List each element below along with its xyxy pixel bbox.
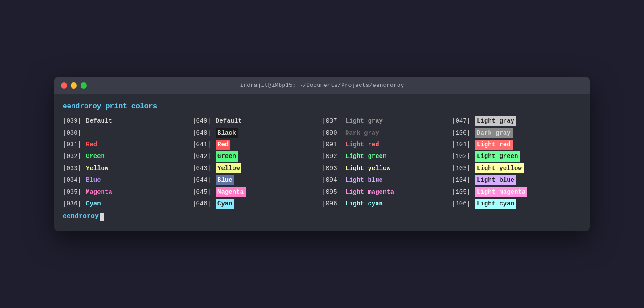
color-row: |030|Black [63,127,192,139]
color-label: Light red [475,140,513,150]
color-code: |104| [452,175,475,185]
color-row: |101|Light red [452,139,581,150]
color-label: Light cyan [345,199,383,209]
titlebar: indrajit@iMbp15: ~/Documents/Projects/ee… [54,77,590,94]
color-label: Black [216,128,238,138]
color-code: |047| [452,116,475,126]
color-label: Yellow [216,163,242,173]
color-label: Default [86,116,112,126]
color-code: |102| [452,151,475,161]
color-row: |035|Magenta [63,186,192,198]
color-row: |047|Light gray [452,115,581,127]
color-code: |103| [452,163,475,173]
color-row: |042|Green [192,150,322,162]
color-code: |096| [322,199,345,209]
color-code: |049| [192,116,216,126]
color-label: Dark gray [475,128,513,138]
color-row: |034|Blue [63,174,192,186]
color-row: |106|Light cyan [452,198,581,210]
color-code: |032| [63,151,86,161]
window-title: indrajit@iMbp15: ~/Documents/Projects/ee… [240,82,404,89]
color-label: Green [216,151,238,161]
color-code: |044| [192,175,216,185]
color-label: Light yellow [345,163,390,173]
color-row: |092|Light green [322,150,452,162]
traffic-lights [61,82,87,89]
color-label: Light blue [475,175,516,185]
color-row: |041|Red [192,139,322,150]
color-grid: |039|Default|049|Default|037|Light gray|… [63,115,581,210]
color-label: Light yellow [475,163,524,173]
color-row: |105|Light magenta [452,186,581,198]
cursor [100,213,104,221]
color-code: |039| [63,116,86,126]
color-row: |090|Dark gray [322,127,452,139]
color-label: Light green [475,151,520,161]
color-label: Green [86,151,105,161]
color-row: |036|Cyan [63,198,192,210]
color-label: Blue [86,175,101,185]
color-code: |034| [63,175,86,185]
maximize-button[interactable] [80,82,87,89]
color-label: Yellow [86,163,108,173]
color-code: |091| [322,140,345,150]
color-label: Light cyan [475,199,516,209]
color-code: |033| [63,163,86,173]
color-label: Light blue [345,175,383,185]
color-code: |046| [192,199,216,209]
color-label: Light red [345,140,379,150]
command-line: eendroroy print_colors [63,101,581,113]
color-code: |101| [452,140,475,150]
close-button[interactable] [61,82,67,89]
color-code: |045| [192,187,216,197]
color-row: |039|Default [63,115,192,127]
color-code: |030| [63,128,86,138]
color-label: Blue [216,175,234,185]
color-label: Cyan [86,199,101,209]
color-row: |091|Light red [322,139,452,150]
color-code: |092| [322,151,345,161]
color-label: Light gray [475,116,516,126]
color-row: |102|Light green [452,150,581,162]
color-row: |095|Light magenta [322,186,452,198]
color-label: Default [216,116,242,126]
color-row: |093|Light yellow [322,163,452,174]
color-label: Light gray [345,116,383,126]
color-label: Red [216,140,230,150]
color-code: |093| [322,163,345,173]
color-code: |042| [192,151,216,161]
color-row: |044|Blue [192,174,322,186]
color-row: |037|Light gray [322,115,452,127]
prompt-text: eendroroy [63,211,99,222]
color-row: |033|Yellow [63,163,192,174]
color-code: |031| [63,140,86,150]
color-code: |106| [452,199,475,209]
color-code: |035| [63,187,86,197]
color-code: |040| [192,128,216,138]
terminal-body: eendroroy print_colors |039|Default|049|… [54,94,590,231]
color-row: |100|Dark gray [452,127,581,139]
color-row: |031|Red [63,139,192,150]
color-label: Light magenta [345,187,394,197]
color-code: |090| [322,128,345,138]
color-label: Black [86,128,105,138]
color-code: |100| [452,128,475,138]
color-row: |046|Cyan [192,198,322,210]
color-row: |096|Light cyan [322,198,452,210]
color-label: Red [86,140,97,150]
terminal-window: indrajit@iMbp15: ~/Documents/Projects/ee… [54,77,590,231]
prompt-line: eendroroy [63,211,581,222]
color-row: |094|Light blue [322,174,452,186]
color-code: |043| [192,163,216,173]
color-label: Magenta [216,187,246,197]
color-label: Magenta [86,187,112,197]
color-row: |040|Black [192,127,322,139]
color-row: |043|Yellow [192,163,322,174]
color-label: Light magenta [475,187,527,197]
color-code: |105| [452,187,475,197]
color-label: Dark gray [345,128,379,138]
color-row: |045|Magenta [192,186,322,198]
color-code: |094| [322,175,345,185]
color-label: Light green [345,151,386,161]
minimize-button[interactable] [71,82,77,89]
